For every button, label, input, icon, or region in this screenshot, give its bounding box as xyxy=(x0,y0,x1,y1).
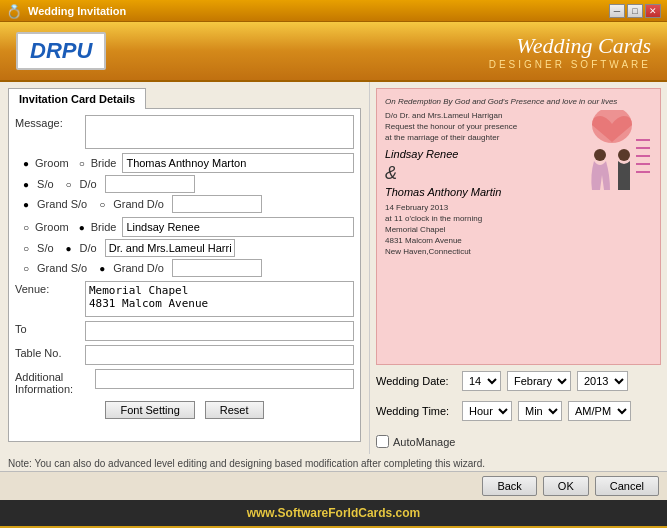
bride-label-1: Bride xyxy=(91,157,117,169)
maximize-button[interactable]: □ xyxy=(627,4,643,18)
grand-do-label: Grand D/o xyxy=(113,198,164,210)
bride-label-2: Bride xyxy=(91,221,117,233)
bride-grand-so-do-row: ○ Grand S/o ● Grand D/o xyxy=(23,259,354,277)
preview-venue-2: 4831 Malcom Avenue xyxy=(385,235,652,246)
bride-so-do-row: ○ S/o ● D/o xyxy=(23,239,354,257)
right-panel: On Redemption By God and God's Presence … xyxy=(370,82,667,454)
groom2-radio-icon: ○ xyxy=(23,222,29,233)
left-panel: Invitation Card Details Message: ● Groom… xyxy=(0,82,370,454)
to-row: To xyxy=(15,321,354,341)
groom-grand-input[interactable] xyxy=(172,195,262,213)
bride-radio-icon: ○ xyxy=(79,158,85,169)
wedding-day-select[interactable]: 14 xyxy=(462,371,501,391)
message-input[interactable] xyxy=(85,115,354,149)
message-row: Message: xyxy=(15,115,354,149)
to-input[interactable] xyxy=(85,321,354,341)
grand-so-label: Grand S/o xyxy=(37,198,87,210)
venue-label: Venue: xyxy=(15,281,85,295)
note-text: Note: You can also do advanced level edi… xyxy=(8,458,485,469)
bride-grand-so-label: Grand S/o xyxy=(37,262,87,274)
preview-date-area: 14 February 2013 at 11 o'clock in the mo… xyxy=(385,202,652,258)
svg-text:💍: 💍 xyxy=(6,3,22,19)
message-label: Message: xyxy=(15,115,85,129)
groom-radio-icon: ● xyxy=(23,158,29,169)
automanage-label: AutoManage xyxy=(393,436,455,448)
groom-bride-section-2: ○ Groom ● Bride ○ S/o ● D/o ○ Grand S/o … xyxy=(15,217,354,277)
cancel-button[interactable]: Cancel xyxy=(595,476,659,496)
wedding-year-select[interactable]: 2013 xyxy=(577,371,628,391)
bride-grand-do-label: Grand D/o xyxy=(113,262,164,274)
preview-text-area: On Redemption By God and God's Presence … xyxy=(385,97,652,258)
wedding-min-select[interactable]: Min xyxy=(518,401,562,421)
do-label: D/o xyxy=(80,178,97,190)
bride-so-radio: ○ xyxy=(23,243,29,254)
venue-input[interactable]: Memorial Chapel 4831 Malcom Avenue xyxy=(85,281,354,317)
minimize-button[interactable]: ─ xyxy=(609,4,625,18)
logo: DRPU xyxy=(16,32,106,70)
to-label: To xyxy=(15,321,85,335)
wedding-date-row: Wedding Date: 14 Febrary 2013 xyxy=(376,371,661,391)
preview-title: On Redemption By God and God's Presence … xyxy=(385,97,652,106)
bride-do-input[interactable] xyxy=(105,239,235,257)
footer-url: www.SoftwareForIdCards.com xyxy=(247,506,421,520)
close-button[interactable]: ✕ xyxy=(645,4,661,18)
wedding-hour-select[interactable]: Hour xyxy=(462,401,512,421)
table-no-label: Table No. xyxy=(15,345,85,359)
bottom-actions: Back OK Cancel xyxy=(0,471,667,500)
automanage-checkbox[interactable] xyxy=(376,435,389,448)
groom-name-input[interactable] xyxy=(122,153,354,173)
preview-time-line: at 11 o'clock in the morning xyxy=(385,213,652,224)
do-radio-icon: ○ xyxy=(66,179,72,190)
bride-grand-do-radio: ● xyxy=(99,263,105,274)
groom-bride-section-1: ● Groom ○ Bride ● S/o ○ D/o ● Grand S/o … xyxy=(15,153,354,213)
footer: www.SoftwareForIdCards.com xyxy=(0,500,667,526)
app-subtitle: DESIGNER SOFTWARE xyxy=(489,59,651,70)
venue-row: Venue: Memorial Chapel 4831 Malcom Avenu… xyxy=(15,281,354,317)
bride-do-radio: ● xyxy=(66,243,72,254)
bride2-radio-icon: ● xyxy=(79,222,85,233)
ok-button[interactable]: OK xyxy=(543,476,589,496)
bride-so-label: S/o xyxy=(37,242,54,254)
couple-illustration xyxy=(572,110,652,205)
groom-so-input[interactable] xyxy=(105,175,195,193)
wedding-date-label: Wedding Date: xyxy=(376,375,456,387)
title-bar-title: Wedding Invitation xyxy=(28,5,126,17)
font-reset-row: Font Setting Reset xyxy=(15,401,354,419)
title-bar-left: 💍 Wedding Invitation xyxy=(6,3,126,19)
additional-input[interactable] xyxy=(95,369,354,389)
groom-label-1: Groom xyxy=(35,157,69,169)
card-preview: On Redemption By God and God's Presence … xyxy=(376,88,661,365)
grand-so-radio: ● xyxy=(23,199,29,210)
bride-grand-so-radio: ○ xyxy=(23,263,29,274)
wedding-time-row: Wedding Time: Hour Min AM/PM xyxy=(376,401,661,421)
font-setting-button[interactable]: Font Setting xyxy=(105,401,194,419)
note-bar: Note: You can also do advanced level edi… xyxy=(0,454,667,471)
additional-row: Additional Information: xyxy=(15,369,354,395)
wedding-ampm-select[interactable]: AM/PM xyxy=(568,401,631,421)
groom-label-2: Groom xyxy=(35,221,69,233)
bride-name-input[interactable] xyxy=(122,217,354,237)
title-bar: 💍 Wedding Invitation ─ □ ✕ xyxy=(0,0,667,22)
grand-do-radio: ○ xyxy=(99,199,105,210)
wedding-month-select[interactable]: Febrary xyxy=(507,371,571,391)
preview-venue-3: New Haven,Connecticut xyxy=(385,246,652,257)
form-area: Message: ● Groom ○ Bride ● S/o ○ D/o xyxy=(8,108,361,442)
additional-label: Additional Information: xyxy=(15,369,95,395)
wedding-time-label: Wedding Time: xyxy=(376,405,456,417)
header-title: Wedding Cards DESIGNER SOFTWARE xyxy=(489,33,651,70)
reset-button[interactable]: Reset xyxy=(205,401,264,419)
table-no-input[interactable] xyxy=(85,345,354,365)
so-radio-icon: ● xyxy=(23,179,29,190)
table-no-row: Table No. xyxy=(15,345,354,365)
back-button[interactable]: Back xyxy=(482,476,536,496)
bride-grand-input[interactable] xyxy=(172,259,262,277)
title-bar-controls: ─ □ ✕ xyxy=(609,4,661,18)
so-do-row: ● S/o ○ D/o xyxy=(23,175,354,193)
grand-so-do-row: ● Grand S/o ○ Grand D/o xyxy=(23,195,354,213)
app-name: Wedding Cards xyxy=(489,33,651,59)
so-label: S/o xyxy=(37,178,54,190)
automanage-row: AutoManage xyxy=(376,435,661,448)
invitation-card-tab[interactable]: Invitation Card Details xyxy=(8,88,146,109)
svg-point-3 xyxy=(618,149,630,161)
app-header: DRPU Wedding Cards DESIGNER SOFTWARE xyxy=(0,22,667,82)
